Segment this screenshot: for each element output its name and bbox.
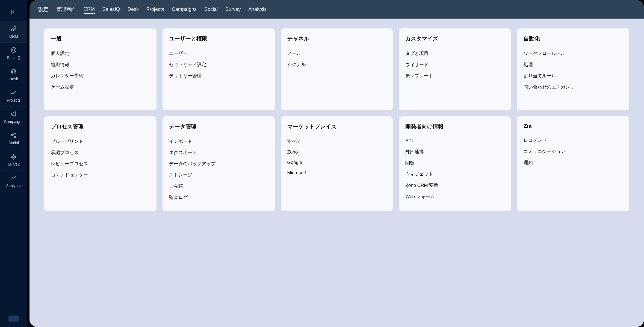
- tab-survey[interactable]: Survey: [225, 5, 241, 13]
- card-item[interactable]: Zoho: [287, 147, 386, 157]
- tab-admin[interactable]: 管理画面: [56, 5, 76, 14]
- card-zia: Zia レコメンド コミュニケーション 通知: [517, 116, 629, 211]
- page-title: 設定: [38, 6, 49, 13]
- card-title: Zia: [524, 123, 623, 129]
- card-item[interactable]: エクスポート: [169, 147, 268, 158]
- card-title: 開発者向け情報: [405, 123, 504, 130]
- card-title: 自動化: [524, 35, 623, 42]
- card-users: ユーザーと権限 ユーザー セキュリティ設定 テリトリー管理: [163, 28, 275, 110]
- card-item[interactable]: ウィジェット: [405, 169, 504, 180]
- sidebar-item-label: Desk: [9, 77, 18, 81]
- card-item[interactable]: ワークフロールール: [524, 48, 623, 59]
- card-item[interactable]: シグナル: [287, 59, 386, 70]
- tab-social[interactable]: Social: [204, 5, 218, 13]
- tab-projects[interactable]: Projects: [146, 5, 164, 13]
- svg-point-1: [13, 49, 15, 51]
- card-data: データ管理 インポート エクスポート データのバックアップ ストレージ ごみ箱 …: [163, 116, 275, 211]
- sidebar-item-campaigns[interactable]: Campaigns: [0, 107, 27, 128]
- card-item[interactable]: メール: [287, 48, 386, 59]
- card-title: データ管理: [169, 123, 268, 130]
- card-item[interactable]: コミュニケーション: [524, 146, 623, 157]
- card-item[interactable]: ゲーム設定: [51, 81, 150, 93]
- card-item[interactable]: 割り当てルール: [524, 70, 623, 81]
- sidebar-item-label: CRM: [9, 34, 18, 39]
- nodes-icon: [10, 153, 17, 160]
- card-item[interactable]: インポート: [169, 136, 268, 147]
- card-item[interactable]: 関数: [405, 157, 504, 169]
- card-item[interactable]: テリトリー管理: [169, 70, 268, 81]
- sidebar-item-survey[interactable]: Survey: [0, 149, 27, 170]
- card-item[interactable]: 問い合わせのエスカレ…: [524, 81, 623, 93]
- card-item[interactable]: ウィザード: [405, 59, 504, 70]
- card-grid: 一般 個人設定 組織情報 カレンダー予約 ゲーム設定 ユーザーと権限 ユーザー …: [44, 28, 629, 211]
- collapse-icon: [11, 9, 17, 15]
- sidebar-item-label: Social: [8, 141, 19, 145]
- card-marketplace: マーケットプレイス すべて Zoho Google Microsoft: [281, 116, 393, 211]
- card-item[interactable]: 通知: [524, 157, 623, 168]
- card-item[interactable]: テンプレート: [405, 70, 504, 81]
- card-item[interactable]: カレンダー予約: [51, 70, 150, 81]
- tab-campaigns[interactable]: Campaigns: [172, 5, 197, 13]
- card-title: 一般: [51, 35, 150, 42]
- sidebar-item-social[interactable]: Social: [0, 128, 27, 149]
- card-item[interactable]: データのバックアップ: [169, 158, 268, 169]
- tab-analysis[interactable]: Analysis: [248, 5, 267, 13]
- card-item[interactable]: Zoho CRM 変数: [405, 180, 504, 191]
- card-item[interactable]: 個人設定: [51, 48, 150, 59]
- header: 設定 管理画面 CRM SalesIQ Desk Projects Campai…: [29, 0, 644, 19]
- sidebar-item-label: Campaigns: [4, 119, 23, 124]
- card-process: プロセス管理 ブループリント 承認プロセス レビュープロセス コマンドセンター: [44, 116, 156, 211]
- card-item[interactable]: ユーザー: [169, 48, 268, 59]
- svg-point-8: [13, 158, 14, 159]
- content: 一般 個人設定 組織情報 カレンダー予約 ゲーム設定 ユーザーと権限 ユーザー …: [29, 19, 644, 327]
- sidebar-item-crm[interactable]: CRM: [0, 21, 27, 43]
- tab-crm[interactable]: CRM: [84, 5, 95, 14]
- main-panel: 設定 管理画面 CRM SalesIQ Desk Projects Campai…: [29, 0, 644, 327]
- megaphone-icon: [10, 111, 17, 117]
- card-item[interactable]: すべて: [287, 136, 386, 147]
- card-item[interactable]: 組織情報: [51, 59, 150, 70]
- sidebar-item-label: Projects: [7, 98, 21, 102]
- card-item[interactable]: 監査ログ: [169, 192, 268, 203]
- sidebar-item-projects[interactable]: Projects: [0, 85, 27, 107]
- card-item[interactable]: ブループリント: [51, 136, 150, 147]
- card-channel: チャネル メール シグナル: [281, 28, 393, 110]
- card-item[interactable]: ごみ箱: [169, 181, 268, 192]
- target-icon: [10, 47, 17, 53]
- card-item[interactable]: 外部連携: [405, 146, 504, 157]
- card-item[interactable]: Microsoft: [287, 168, 386, 178]
- sidebar-item-analytics[interactable]: Analytics: [0, 170, 27, 192]
- check-icon: [10, 89, 17, 96]
- sidebar-nav: CRM SalesIQ Desk Projects Campaigns Soci…: [0, 21, 27, 192]
- card-item[interactable]: レコメンド: [524, 135, 623, 146]
- card-title: ユーザーと権限: [169, 35, 268, 42]
- link-icon: [10, 25, 17, 32]
- card-developer: 開発者向け情報 API 外部連携 関数 ウィジェット Zoho CRM 変数 W…: [399, 116, 511, 211]
- card-item[interactable]: ストレージ: [169, 169, 268, 181]
- card-item[interactable]: タブと項目: [405, 48, 504, 59]
- tab-desk[interactable]: Desk: [128, 5, 139, 13]
- card-title: プロセス管理: [51, 123, 150, 130]
- card-title: カスタマイズ: [405, 35, 504, 42]
- card-item[interactable]: セキュリティ設定: [169, 59, 268, 70]
- svg-point-0: [11, 48, 16, 52]
- tab-salesiq[interactable]: SalesIQ: [102, 5, 120, 13]
- share-icon: [10, 132, 17, 139]
- card-item[interactable]: 承認プロセス: [51, 147, 150, 158]
- card-item[interactable]: 処理: [524, 59, 623, 70]
- card-customize: カスタマイズ タブと項目 ウィザード テンプレート: [399, 28, 511, 110]
- card-item[interactable]: Web フォーム: [405, 191, 504, 202]
- card-item[interactable]: API: [405, 136, 504, 146]
- sidebar-collapse-button[interactable]: [0, 5, 27, 19]
- card-item[interactable]: コマンドセンター: [51, 169, 150, 181]
- svg-point-5: [13, 154, 14, 155]
- sidebar-item-salesiq[interactable]: SalesIQ: [0, 43, 27, 64]
- sidebar-item-desk[interactable]: Desk: [0, 64, 27, 85]
- sidebar-item-label: SalesIQ: [7, 55, 20, 60]
- card-general: 一般 個人設定 組織情報 カレンダー予約 ゲーム設定: [44, 28, 156, 110]
- card-item[interactable]: Google: [287, 157, 386, 168]
- headset-icon: [10, 68, 17, 75]
- card-title: マーケットプレイス: [287, 123, 386, 130]
- card-item[interactable]: レビュープロセス: [51, 158, 150, 169]
- card-title: チャネル: [287, 35, 386, 42]
